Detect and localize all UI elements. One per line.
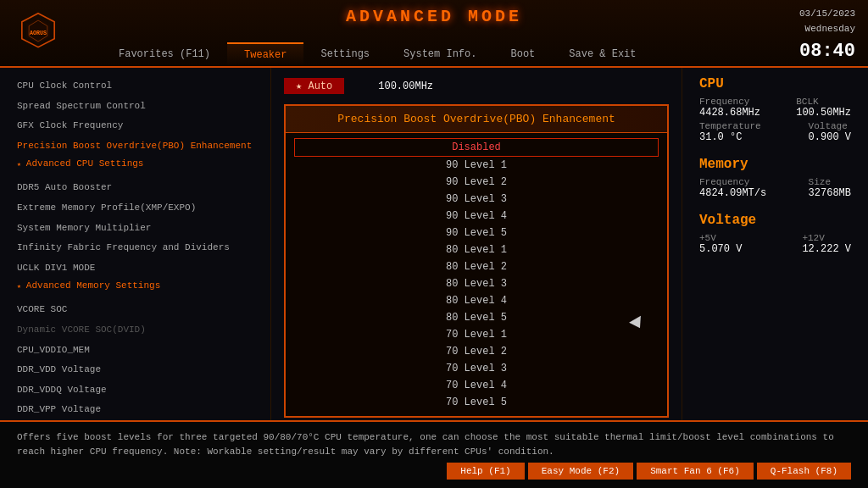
- svg-text:AORUS: AORUS: [30, 30, 47, 36]
- tab-system-info[interactable]: System Info.: [387, 42, 493, 66]
- mem-size-value: 32768MB: [809, 187, 851, 199]
- pbo-item-90-l3[interactable]: 90 Level 3: [286, 191, 667, 208]
- aorus-logo-icon: AORUS: [17, 12, 59, 54]
- cpu-temp-value: 31.0 °C: [699, 131, 761, 143]
- left-panel: CPU Clock Control Spread Spectrum Contro…: [0, 68, 271, 420]
- day-display: Wednesday: [799, 22, 855, 37]
- date-display: 03/15/2023: [799, 7, 855, 22]
- menu-cpu-vddio[interactable]: CPU_VDDIO_MEM: [17, 341, 253, 361]
- v12-value: 12.222 V: [802, 243, 851, 255]
- smart-fan-button[interactable]: Smart Fan 6 (F6): [637, 463, 754, 480]
- cpu-freq-label: Frequency: [699, 97, 760, 107]
- center-panel: ★ Auto 100.00MHz Precision Boost Overdri…: [271, 68, 682, 420]
- pbo-modal-title: Precision Boost Overdrive(PBO) Enhanceme…: [286, 106, 667, 133]
- pbo-item-90-l4[interactable]: 90 Level 4: [286, 208, 667, 225]
- menu-ddr-vpp[interactable]: DDR_VPP Voltage: [17, 400, 253, 420]
- pbo-item-90-l1[interactable]: 90 Level 1: [286, 157, 667, 174]
- pbo-item-80-l4[interactable]: 80 Level 4: [286, 292, 667, 309]
- spacer-1: [17, 171, 253, 178]
- cpu-temp-row: Temperature 31.0 °C Voltage 0.900 V: [699, 121, 851, 143]
- pbo-item-70-l3[interactable]: 70 Level 3: [286, 360, 667, 377]
- cpu-temp-label: Temperature: [699, 121, 761, 131]
- cpu-freq-row: Frequency 4428.68MHz BCLK 100.50MHz: [699, 97, 851, 119]
- pbo-item-80-l2[interactable]: 80 Level 2: [286, 258, 667, 275]
- header: AORUS ADVANCED MODE 03/15/2023 Wednesday…: [0, 0, 868, 68]
- memory-stats-title: Memory: [699, 157, 851, 172]
- menu-ddr-vddq[interactable]: DDR_VDDQ Voltage: [17, 380, 253, 401]
- cpu-volt-value: 0.900 V: [809, 131, 851, 143]
- nav-tabs: Favorites (F11) Tweaker Settings System …: [102, 42, 698, 66]
- description-bar: Offers five boost levels for three targe…: [0, 420, 868, 488]
- auto-row: ★ Auto 100.00MHz: [284, 75, 669, 97]
- right-panel: CPU Frequency 4428.68MHz BCLK 100.50MHz …: [682, 68, 868, 420]
- datetime: 03/15/2023 Wednesday 08:40: [799, 7, 855, 66]
- tab-settings[interactable]: Settings: [303, 42, 387, 66]
- menu-vcore-soc[interactable]: VCORE SOC: [17, 300, 253, 320]
- cpu-bclk-label: BCLK: [796, 97, 851, 107]
- help-button[interactable]: Help (F1): [447, 463, 524, 480]
- voltage-stats-section: Voltage +5V 5.070 V +12V 12.222 V: [699, 213, 851, 255]
- cpu-freq-value: 4428.68MHz: [699, 107, 760, 119]
- v5-label: +5V: [699, 233, 742, 243]
- main-content: CPU Clock Control Spread Spectrum Contro…: [0, 68, 868, 420]
- mem-freq-label: Frequency: [699, 177, 766, 187]
- cpu-bclk-value: 100.50MHz: [796, 107, 851, 119]
- spacer-2: [17, 293, 253, 300]
- time-display: 08:40: [799, 36, 855, 66]
- auto-value: 100.00MHz: [378, 80, 433, 92]
- menu-gfx-clock[interactable]: GFX Clock Frequency: [17, 116, 253, 136]
- v12-label: +12V: [802, 233, 851, 243]
- menu-spread-spectrum[interactable]: Spread Spectrum Control: [17, 97, 253, 117]
- header-title: ADVANCED MODE: [346, 7, 522, 26]
- pbo-item-90-l5[interactable]: 90 Level 5: [286, 225, 667, 241]
- tab-tweaker[interactable]: Tweaker: [227, 42, 303, 66]
- tab-favorites[interactable]: Favorites (F11): [102, 42, 227, 66]
- auto-badge: ★ Auto: [284, 78, 344, 94]
- menu-ddr5-auto[interactable]: DDR5 Auto Booster: [17, 178, 253, 198]
- logo-area: AORUS: [0, 12, 102, 54]
- pbo-item-70-l4[interactable]: 70 Level 4: [286, 377, 667, 394]
- pbo-item-70-l1[interactable]: 70 Level 1: [286, 326, 667, 343]
- menu-uclk[interactable]: UCLK DIV1 MODE: [17, 258, 253, 279]
- mem-freq-value: 4824.09MT/s: [699, 187, 766, 199]
- pbo-item-90-l2[interactable]: 90 Level 2: [286, 174, 667, 191]
- mem-size-label: Size: [809, 177, 851, 187]
- volt-row: +5V 5.070 V +12V 12.222 V: [699, 233, 851, 255]
- pbo-modal: Precision Boost Overdrive(PBO) Enhanceme…: [284, 104, 669, 418]
- cpu-volt-label: Voltage: [809, 121, 851, 131]
- menu-infinity-fabric[interactable]: Infinity Fabric Frequency and Dividers: [17, 238, 253, 258]
- pbo-item-80-l5[interactable]: 80 Level 5: [286, 309, 667, 326]
- pbo-item-70-l2[interactable]: 70 Level 2: [286, 343, 667, 360]
- menu-advanced-memory[interactable]: Advanced Memory Settings: [17, 278, 253, 293]
- bottom-buttons: Help (F1) Easy Mode (F2) Smart Fan 6 (F6…: [17, 463, 851, 480]
- qflash-button[interactable]: Q-Flash (F8): [757, 463, 851, 480]
- menu-cpu-clock[interactable]: CPU Clock Control: [17, 76, 253, 97]
- pbo-item-70-l5[interactable]: 70 Level 5: [286, 394, 667, 411]
- pbo-item-disabled[interactable]: Disabled: [294, 138, 659, 157]
- easy-mode-button[interactable]: Easy Mode (F2): [528, 463, 633, 480]
- pbo-item-80-l3[interactable]: 80 Level 3: [286, 275, 667, 292]
- menu-pbo[interactable]: Precision Boost Overdrive(PBO) Enhanceme…: [17, 136, 253, 157]
- v5-value: 5.070 V: [699, 243, 742, 255]
- pbo-list[interactable]: Disabled 90 Level 1 90 Level 2 90 Level …: [286, 133, 667, 416]
- mem-freq-row: Frequency 4824.09MT/s Size 32768MB: [699, 177, 851, 199]
- cpu-stats-section: CPU Frequency 4428.68MHz BCLK 100.50MHz …: [699, 76, 851, 143]
- voltage-stats-title: Voltage: [699, 213, 851, 228]
- menu-ddr-vdd[interactable]: DDR_VDD Voltage: [17, 360, 253, 380]
- pbo-item-80-l1[interactable]: 80 Level 1: [286, 241, 667, 258]
- cpu-stats-title: CPU: [699, 76, 851, 92]
- menu-advanced-cpu[interactable]: Advanced CPU Settings: [17, 156, 253, 171]
- description-text: Offers five boost levels for three targe…: [17, 430, 851, 458]
- tab-boot[interactable]: Boot: [493, 42, 552, 66]
- tab-save-exit[interactable]: Save & Exit: [552, 42, 653, 66]
- memory-stats-section: Memory Frequency 4824.09MT/s Size 32768M…: [699, 157, 851, 199]
- menu-sys-mem-mult[interactable]: System Memory Multiplier: [17, 219, 253, 239]
- menu-xmp[interactable]: Extreme Memory Profile(XMP/EXPO): [17, 198, 253, 219]
- menu-dynamic-vcore: Dynamic VCORE SOC(DVID): [17, 320, 253, 341]
